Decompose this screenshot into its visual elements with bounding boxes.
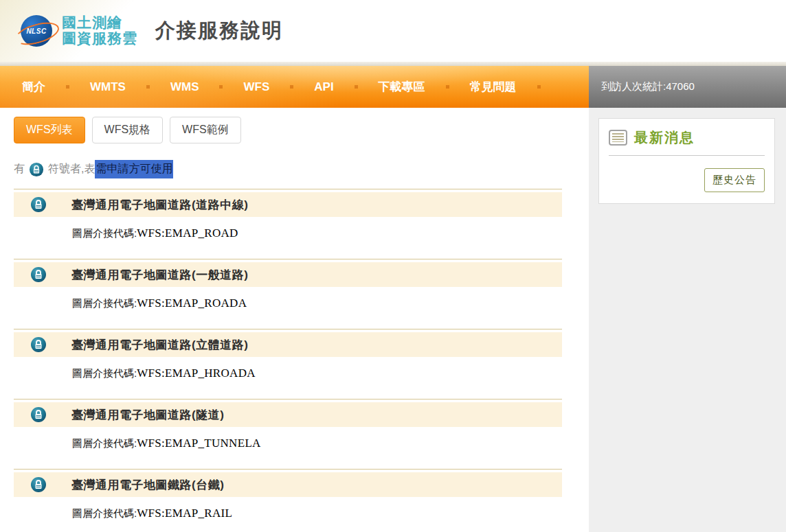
lock-icon [30,476,47,493]
nav-item-label: WMS [168,76,202,98]
page: NLSC 國土測繪 圖資服務雲 介接服務說明 簡介 WMTS [0,0,786,532]
nav-item-label: 下載專區 [376,75,428,99]
lock-notice: 有 符號者,表需申請方可使用 [14,160,589,178]
nav-item[interactable]: 常見問題 [467,75,559,99]
news-card-header: 最新消息 [609,128,765,156]
tab-label: WFS列表 [26,124,73,135]
nav-item-label: 簡介 [19,75,48,99]
service-item-header: 臺灣通用電子地圖道路(立體道路) [14,332,562,357]
page-title: 介接服務說明 [155,17,283,45]
service-code-line: 圖層介接代碼:WFS:EMAP_RAIL [72,507,562,520]
service-code-line: 圖層介接代碼:WFS:EMAP_ROADA [72,297,562,310]
wfs-service-list: 臺灣通用電子地圖道路(道路中線) 圖層介接代碼:WFS:EMAP_ROAD 臺灣… [14,189,562,532]
lock-icon [30,336,47,353]
news-card: 最新消息 歷史公告 [598,118,775,204]
service-list-item: 臺灣通用電子地圖道路(立體道路) 圖層介接代碼:WFS:EMAP_HROADA [14,329,562,399]
service-list-item: 臺灣通用電子地圖道路(道路中線) 圖層介接代碼:WFS:EMAP_ROAD [14,189,562,259]
wfs-tabs: WFS列表 WFS規格 WFS範例 [14,117,589,143]
visitor-counter-text: 到訪人次統計:47060 [601,80,695,93]
service-item-header: 臺灣通用電子地圖道路(一般道路) [14,262,562,287]
service-code-label: 圖層介接代碼: [72,227,137,239]
service-code-label: 圖層介接代碼: [72,297,137,309]
service-code-line: 圖層介接代碼:WFS:EMAP_HROADA [72,367,562,380]
nav-item[interactable]: 簡介 [19,75,87,99]
tab[interactable]: WFS範例 [170,117,241,143]
nav-item[interactable]: WFS [240,76,311,98]
tab[interactable]: WFS列表 [14,117,85,143]
nav-item[interactable]: 下載專區 [376,75,467,99]
service-title: 臺灣通用電子地圖道路(立體道路) [71,337,248,353]
service-code-value: WFS:EMAP_TUNNELA [137,437,260,450]
site-header: NLSC 國土測繪 圖資服務雲 介接服務說明 [0,0,786,62]
logo-line1: 國土測繪 [62,15,137,31]
nav-item-label: API [311,76,336,98]
main-nav: 簡介 WMTS WMS WFS API [0,66,589,108]
service-code-value: WFS:EMAP_HROADA [137,367,256,380]
service-list-item: 臺灣通用電子地圖道路(隧道) 圖層介接代碼:WFS:EMAP_TUNNELA [14,399,562,469]
lock-icon [30,196,47,213]
logo-line2: 圖資服務雲 [62,31,137,47]
news-icon [609,130,627,146]
nav-item[interactable]: API [311,76,375,98]
service-code-label: 圖層介接代碼: [72,367,137,379]
service-code-line: 圖層介接代碼:WFS:EMAP_TUNNELA [72,437,562,450]
visitor-counter-bar: 到訪人次統計:47060 [589,66,786,108]
service-code-label: 圖層介接代碼: [72,437,137,449]
notice-prefix: 有 [14,162,25,176]
service-code-value: WFS:EMAP_RAIL [137,507,232,520]
service-title: 臺灣通用電子地圖鐵路(台鐵) [71,477,224,493]
nav-item-label: WMTS [87,76,128,98]
news-actions: 歷史公告 [609,168,765,192]
tab-label: WFS範例 [182,124,229,135]
tab-label: WFS規格 [104,124,151,135]
nav-item-label: 常見問題 [467,75,519,99]
main-content: WFS列表 WFS規格 WFS範例 有 符號者,表需申請方可使用 [0,108,589,532]
service-code-label: 圖層介接代碼: [72,507,137,519]
content-row: WFS列表 WFS規格 WFS範例 有 符號者,表需申請方可使用 [0,108,786,532]
service-title: 臺灣通用電子地圖道路(隧道) [71,407,224,423]
service-item-header: 臺灣通用電子地圖道路(道路中線) [14,192,562,217]
nav-list: 簡介 WMTS WMS WFS API [0,66,589,108]
service-code-value: WFS:EMAP_ROAD [137,227,238,240]
service-code-line: 圖層介接代碼:WFS:EMAP_ROAD [72,227,562,240]
lock-icon [30,406,47,423]
service-title: 臺灣通用電子地圖道路(道路中線) [71,197,248,213]
service-title: 臺灣通用電子地圖道路(一般道路) [71,267,248,283]
right-sidebar: 最新消息 歷史公告 [589,108,786,532]
notice-suffix: 符號者,表 [48,162,95,176]
site-logo[interactable]: NLSC 國土測繪 圖資服務雲 [21,15,137,47]
lock-icon [30,266,47,283]
nav-row: 簡介 WMTS WMS WFS API [0,66,786,108]
news-title: 最新消息 [634,128,695,147]
service-list-item: 臺灣通用電子地圖鐵路(台鐵) 圖層介接代碼:WFS:EMAP_RAIL [14,469,562,532]
tab[interactable]: WFS規格 [92,117,164,143]
lock-icon [29,162,44,177]
nav-item-label: WFS [240,76,272,98]
nav-item[interactable]: WMS [168,76,241,98]
service-item-header: 臺灣通用電子地圖道路(隧道) [14,402,562,427]
logo-text: 國土測繪 圖資服務雲 [62,15,137,46]
service-code-value: WFS:EMAP_ROADA [137,297,247,310]
nlsc-globe-icon: NLSC [21,15,52,47]
service-list-item: 臺灣通用電子地圖道路(一般道路) 圖層介接代碼:WFS:EMAP_ROADA [14,259,562,329]
history-announcements-button[interactable]: 歷史公告 [704,168,765,192]
logo-acronym: NLSC [26,27,46,35]
service-item-header: 臺灣通用電子地圖鐵路(台鐵) [14,472,562,497]
nav-item[interactable]: WMTS [87,76,168,98]
notice-highlighted-text: 需申請方可使用 [95,160,173,178]
